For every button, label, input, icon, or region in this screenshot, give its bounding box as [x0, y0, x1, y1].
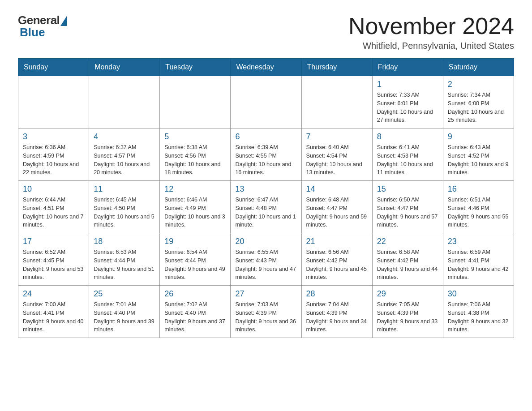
calendar-cell: 24Sunrise: 7:00 AM Sunset: 4:41 PM Dayli… — [18, 286, 89, 338]
calendar-body: 1Sunrise: 7:33 AM Sunset: 6:01 PM Daylig… — [18, 76, 514, 338]
page-title: November 2024 — [348, 13, 514, 39]
logo: General Blue — [18, 13, 67, 39]
calendar-cell: 17Sunrise: 6:52 AM Sunset: 4:45 PM Dayli… — [18, 233, 89, 286]
day-info: Sunrise: 6:43 AM Sunset: 4:52 PM Dayligh… — [448, 143, 509, 177]
day-info: Sunrise: 7:03 AM Sunset: 4:39 PM Dayligh… — [235, 300, 296, 334]
day-number: 19 — [164, 237, 226, 246]
calendar-cell: 30Sunrise: 7:06 AM Sunset: 4:38 PM Dayli… — [443, 286, 514, 338]
calendar-cell: 13Sunrise: 6:47 AM Sunset: 4:48 PM Dayli… — [231, 181, 301, 233]
day-info: Sunrise: 6:36 AM Sunset: 4:59 PM Dayligh… — [23, 143, 84, 177]
day-number: 13 — [235, 184, 296, 194]
weekday-header-saturday: Saturday — [443, 59, 514, 76]
day-info: Sunrise: 6:38 AM Sunset: 4:56 PM Dayligh… — [164, 143, 226, 177]
day-info: Sunrise: 7:05 AM Sunset: 4:39 PM Dayligh… — [377, 300, 438, 334]
day-info: Sunrise: 6:46 AM Sunset: 4:49 PM Dayligh… — [164, 196, 226, 229]
day-number: 28 — [306, 289, 368, 299]
calendar-header: SundayMondayTuesdayWednesdayThursdayFrid… — [18, 59, 514, 76]
day-number: 17 — [23, 237, 84, 246]
day-number: 24 — [23, 289, 84, 299]
day-info: Sunrise: 6:56 AM Sunset: 4:42 PM Dayligh… — [306, 248, 368, 282]
logo-blue-text: Blue — [20, 26, 45, 39]
day-info: Sunrise: 6:44 AM Sunset: 4:51 PM Dayligh… — [23, 196, 84, 229]
weekday-header-monday: Monday — [89, 59, 160, 76]
day-info: Sunrise: 7:02 AM Sunset: 4:40 PM Dayligh… — [164, 300, 226, 334]
day-number: 5 — [164, 132, 226, 141]
day-number: 23 — [448, 237, 509, 246]
day-number: 4 — [94, 132, 155, 141]
day-number: 10 — [23, 184, 84, 194]
calendar-cell — [18, 76, 89, 128]
calendar-cell: 14Sunrise: 6:48 AM Sunset: 4:47 PM Dayli… — [301, 181, 372, 233]
calendar-cell: 7Sunrise: 6:40 AM Sunset: 4:54 PM Daylig… — [301, 128, 372, 181]
day-number: 18 — [94, 237, 155, 246]
calendar-cell: 15Sunrise: 6:50 AM Sunset: 4:47 PM Dayli… — [372, 181, 443, 233]
calendar-cell: 27Sunrise: 7:03 AM Sunset: 4:39 PM Dayli… — [231, 286, 301, 338]
day-info: Sunrise: 6:45 AM Sunset: 4:50 PM Dayligh… — [94, 196, 155, 229]
calendar-cell: 19Sunrise: 6:54 AM Sunset: 4:44 PM Dayli… — [160, 233, 231, 286]
day-number: 25 — [94, 289, 155, 299]
day-info: Sunrise: 6:41 AM Sunset: 4:53 PM Dayligh… — [377, 143, 438, 177]
day-number: 14 — [306, 184, 368, 194]
day-info: Sunrise: 6:39 AM Sunset: 4:55 PM Dayligh… — [235, 143, 296, 177]
day-info: Sunrise: 6:53 AM Sunset: 4:44 PM Dayligh… — [94, 248, 155, 282]
day-number: 15 — [377, 184, 438, 194]
day-info: Sunrise: 6:37 AM Sunset: 4:57 PM Dayligh… — [94, 143, 155, 177]
day-number: 29 — [377, 289, 438, 299]
calendar-cell: 25Sunrise: 7:01 AM Sunset: 4:40 PM Dayli… — [89, 286, 160, 338]
page-subtitle: Whitfield, Pennsylvania, United States — [348, 41, 514, 51]
calendar-cell: 21Sunrise: 6:56 AM Sunset: 4:42 PM Dayli… — [301, 233, 372, 286]
calendar-cell: 2Sunrise: 7:34 AM Sunset: 6:00 PM Daylig… — [443, 76, 514, 128]
calendar-table: SundayMondayTuesdayWednesdayThursdayFrid… — [18, 58, 514, 338]
day-number: 3 — [23, 132, 84, 141]
day-number: 1 — [377, 80, 438, 89]
day-number: 30 — [448, 289, 509, 299]
calendar-cell: 16Sunrise: 6:51 AM Sunset: 4:46 PM Dayli… — [443, 181, 514, 233]
day-number: 20 — [235, 237, 296, 246]
calendar-week-row: 17Sunrise: 6:52 AM Sunset: 4:45 PM Dayli… — [18, 233, 514, 286]
weekday-header-friday: Friday — [372, 59, 443, 76]
calendar-cell: 1Sunrise: 7:33 AM Sunset: 6:01 PM Daylig… — [372, 76, 443, 128]
calendar-cell — [89, 76, 160, 128]
calendar-week-row: 10Sunrise: 6:44 AM Sunset: 4:51 PM Dayli… — [18, 181, 514, 233]
day-number: 9 — [448, 132, 509, 141]
weekday-header-tuesday: Tuesday — [160, 59, 231, 76]
day-info: Sunrise: 6:51 AM Sunset: 4:46 PM Dayligh… — [448, 196, 509, 229]
day-number: 7 — [306, 132, 368, 141]
day-number: 2 — [448, 80, 509, 89]
calendar-cell: 28Sunrise: 7:04 AM Sunset: 4:39 PM Dayli… — [301, 286, 372, 338]
calendar-week-row: 24Sunrise: 7:00 AM Sunset: 4:41 PM Dayli… — [18, 286, 514, 338]
day-number: 12 — [164, 184, 226, 194]
weekday-header-sunday: Sunday — [18, 59, 89, 76]
day-info: Sunrise: 7:06 AM Sunset: 4:38 PM Dayligh… — [448, 300, 509, 334]
calendar-cell: 20Sunrise: 6:55 AM Sunset: 4:43 PM Dayli… — [231, 233, 301, 286]
day-info: Sunrise: 6:52 AM Sunset: 4:45 PM Dayligh… — [23, 248, 84, 282]
calendar-cell: 3Sunrise: 6:36 AM Sunset: 4:59 PM Daylig… — [18, 128, 89, 181]
day-info: Sunrise: 6:47 AM Sunset: 4:48 PM Dayligh… — [235, 196, 296, 229]
day-info: Sunrise: 6:58 AM Sunset: 4:42 PM Dayligh… — [377, 248, 438, 282]
day-info: Sunrise: 7:00 AM Sunset: 4:41 PM Dayligh… — [23, 300, 84, 334]
title-block: November 2024 Whitfield, Pennsylvania, U… — [348, 13, 514, 51]
day-number: 16 — [448, 184, 509, 194]
calendar-cell — [231, 76, 301, 128]
day-number: 26 — [164, 289, 226, 299]
day-info: Sunrise: 6:54 AM Sunset: 4:44 PM Dayligh… — [164, 248, 226, 282]
day-info: Sunrise: 6:50 AM Sunset: 4:47 PM Dayligh… — [377, 196, 438, 229]
calendar-cell — [160, 76, 231, 128]
day-number: 8 — [377, 132, 438, 141]
calendar-cell: 26Sunrise: 7:02 AM Sunset: 4:40 PM Dayli… — [160, 286, 231, 338]
weekday-header-thursday: Thursday — [301, 59, 372, 76]
weekday-header-wednesday: Wednesday — [231, 59, 301, 76]
weekday-header-row: SundayMondayTuesdayWednesdayThursdayFrid… — [18, 59, 514, 76]
day-info: Sunrise: 6:40 AM Sunset: 4:54 PM Dayligh… — [306, 143, 368, 177]
calendar-cell: 23Sunrise: 6:59 AM Sunset: 4:41 PM Dayli… — [443, 233, 514, 286]
calendar-cell: 5Sunrise: 6:38 AM Sunset: 4:56 PM Daylig… — [160, 128, 231, 181]
day-info: Sunrise: 7:33 AM Sunset: 6:01 PM Dayligh… — [377, 91, 438, 124]
day-number: 21 — [306, 237, 368, 246]
page-header: General Blue November 2024 Whitfield, Pe… — [18, 13, 514, 51]
calendar-cell: 12Sunrise: 6:46 AM Sunset: 4:49 PM Dayli… — [160, 181, 231, 233]
day-number: 11 — [94, 184, 155, 194]
logo-triangle-icon — [60, 16, 67, 26]
calendar-cell: 29Sunrise: 7:05 AM Sunset: 4:39 PM Dayli… — [372, 286, 443, 338]
calendar-cell: 4Sunrise: 6:37 AM Sunset: 4:57 PM Daylig… — [89, 128, 160, 181]
calendar-cell — [301, 76, 372, 128]
